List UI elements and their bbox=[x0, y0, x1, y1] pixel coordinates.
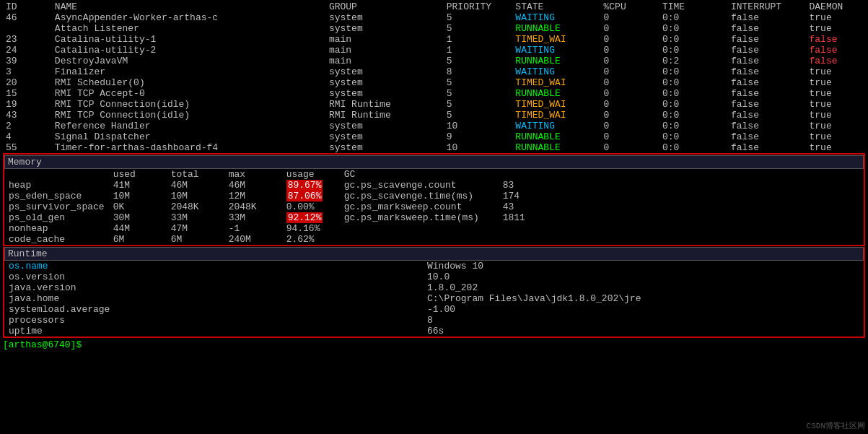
thread-cpu: 0 bbox=[601, 12, 659, 23]
table-row: 39 DestroyJavaVM main 5 RUNNABLE 0 0:2 f… bbox=[3, 56, 865, 66]
col-header-priority: PRIORITY bbox=[444, 1, 513, 12]
mem-gc-name: gc.ps_scavenge.count bbox=[340, 180, 499, 191]
runtime-section-header: Runtime bbox=[4, 247, 864, 261]
mem-total: 6M bbox=[167, 234, 224, 245]
mem-usage: 92.12% bbox=[282, 212, 340, 223]
thread-id: 4 bbox=[3, 131, 52, 142]
mem-gc-value: 83 bbox=[499, 180, 864, 191]
runtime-row: uptime 66s bbox=[4, 326, 864, 337]
mem-max: 12M bbox=[224, 191, 282, 201]
mem-gc-value bbox=[499, 234, 864, 245]
thread-group: system bbox=[326, 121, 444, 131]
thread-priority: 5 bbox=[444, 110, 513, 121]
thread-time: 0:0 bbox=[659, 131, 728, 142]
thread-daemon: true bbox=[807, 99, 865, 110]
mem-col-name bbox=[4, 169, 109, 180]
thread-priority: 5 bbox=[444, 77, 513, 88]
runtime-section: Runtime os.name Windows 10 os.version 10… bbox=[3, 247, 865, 338]
thread-interrupt: false bbox=[728, 34, 807, 45]
thread-state: WAITING bbox=[512, 45, 600, 56]
memory-row: ps_eden_space 10M 10M 12M 87.06% gc.ps_s… bbox=[4, 191, 864, 201]
runtime-value: -1.00 bbox=[423, 304, 864, 315]
thread-daemon: false bbox=[807, 45, 865, 56]
thread-state: TIMED_WAI bbox=[512, 77, 600, 88]
table-row: 43 RMI TCP Connection(idle) RMI Runtime … bbox=[3, 110, 865, 121]
thread-priority: 5 bbox=[444, 88, 513, 99]
thread-name: Catalina-utility-1 bbox=[52, 34, 326, 45]
thread-id: 15 bbox=[3, 88, 52, 99]
thread-interrupt: false bbox=[728, 12, 807, 23]
thread-group: main bbox=[326, 34, 444, 45]
mem-total: 46M bbox=[167, 180, 224, 191]
col-header-daemon: DAEMON bbox=[807, 1, 865, 12]
mem-used: 6M bbox=[109, 234, 167, 245]
thread-time: 0:0 bbox=[659, 88, 728, 99]
thread-state: WAITING bbox=[512, 121, 600, 131]
runtime-value: 10.0 bbox=[423, 272, 864, 282]
col-header-state: STATE bbox=[512, 1, 600, 12]
thread-group: system bbox=[326, 23, 444, 34]
thread-group: system bbox=[326, 131, 444, 142]
thread-interrupt: false bbox=[728, 56, 807, 66]
col-header-interrupt: INTERRUPT bbox=[728, 1, 807, 12]
thread-time: 0:0 bbox=[659, 12, 728, 23]
runtime-row: processors 8 bbox=[4, 315, 864, 326]
thread-group: RMI Runtime bbox=[326, 110, 444, 121]
thread-cpu: 0 bbox=[601, 110, 659, 121]
thread-name: RMI TCP Connection(idle) bbox=[52, 110, 326, 121]
thread-name: Signal Dispatcher bbox=[52, 131, 326, 142]
thread-cpu: 0 bbox=[601, 66, 659, 77]
thread-time: 0:0 bbox=[659, 66, 728, 77]
table-row: 55 Timer-for-arthas-dashboard-f4 system … bbox=[3, 142, 865, 153]
thread-id: 24 bbox=[3, 45, 52, 56]
thread-name: Timer-for-arthas-dashboard-f4 bbox=[52, 142, 326, 153]
runtime-value: C:\Program Files\Java\jdk1.8.0_202\jre bbox=[423, 293, 864, 304]
runtime-value: 66s bbox=[423, 326, 864, 337]
thread-priority: 1 bbox=[444, 34, 513, 45]
runtime-key: os.name bbox=[4, 261, 423, 272]
runtime-key: uptime bbox=[4, 326, 423, 337]
runtime-row: java.home C:\Program Files\Java\jdk1.8.0… bbox=[4, 293, 864, 304]
memory-row: ps_survivor_space 0K 2048K 2048K 0.00% g… bbox=[4, 201, 864, 212]
runtime-row: os.name Windows 10 bbox=[4, 261, 864, 272]
mem-usage: 0.00% bbox=[282, 201, 340, 212]
thread-cpu: 0 bbox=[601, 131, 659, 142]
mem-name: nonheap bbox=[4, 223, 109, 234]
runtime-value: 8 bbox=[423, 315, 864, 326]
thread-id: 3 bbox=[3, 66, 52, 77]
thread-priority: 1 bbox=[444, 45, 513, 56]
mem-col-used: used bbox=[109, 169, 167, 180]
thread-state: RUNNABLE bbox=[512, 23, 600, 34]
thread-time: 0:2 bbox=[659, 56, 728, 66]
mem-total: 10M bbox=[167, 191, 224, 201]
runtime-key: os.version bbox=[4, 272, 423, 282]
table-row: 23 Catalina-utility-1 main 1 TIMED_WAI 0… bbox=[3, 34, 865, 45]
thread-daemon: true bbox=[807, 12, 865, 23]
thread-group: system bbox=[326, 66, 444, 77]
thread-state: WAITING bbox=[512, 12, 600, 23]
thread-time: 0:0 bbox=[659, 99, 728, 110]
thread-group: RMI Runtime bbox=[326, 99, 444, 110]
thread-id: 46 bbox=[3, 12, 52, 23]
thread-time: 0:0 bbox=[659, 23, 728, 34]
thread-name: DestroyJavaVM bbox=[52, 56, 326, 66]
thread-daemon: true bbox=[807, 131, 865, 142]
mem-max: -1 bbox=[224, 223, 282, 234]
table-row: 2 Reference Handler system 10 WAITING 0 … bbox=[3, 121, 865, 131]
memory-section: Memory used total max usage GC heap 41M … bbox=[3, 153, 865, 246]
thread-group: main bbox=[326, 56, 444, 66]
thread-name: RMI Scheduler(0) bbox=[52, 77, 326, 88]
mem-max: 33M bbox=[224, 212, 282, 223]
mem-max: 240M bbox=[224, 234, 282, 245]
mem-max: 46M bbox=[224, 180, 282, 191]
thread-id: 39 bbox=[3, 56, 52, 66]
mem-col-usage: usage bbox=[282, 169, 340, 180]
mem-total: 2048K bbox=[167, 201, 224, 212]
memory-row: nonheap 44M 47M -1 94.16% bbox=[4, 223, 864, 234]
table-row: 20 RMI Scheduler(0) system 5 TIMED_WAI 0… bbox=[3, 77, 865, 88]
thread-interrupt: false bbox=[728, 142, 807, 153]
mem-gc-name: gc.ps_scavenge.time(ms) bbox=[340, 191, 499, 201]
mem-max: 2048K bbox=[224, 201, 282, 212]
thread-priority: 5 bbox=[444, 12, 513, 23]
thread-id: 19 bbox=[3, 99, 52, 110]
